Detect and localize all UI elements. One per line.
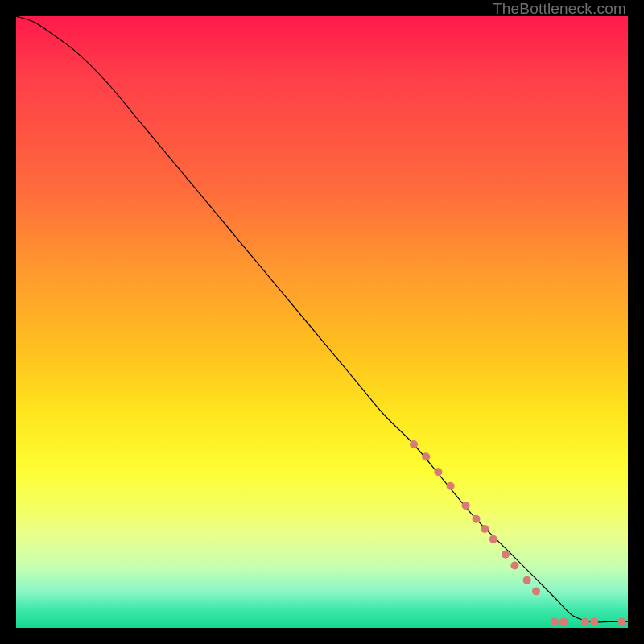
marker-dot (410, 440, 418, 448)
marker-dot (617, 617, 625, 625)
marker-dot (551, 617, 559, 625)
marker-dot (559, 617, 568, 625)
marker-dot (532, 587, 540, 595)
marker-dot (481, 525, 489, 533)
main-curve (16, 16, 628, 622)
marker-dot (502, 551, 510, 559)
marker-dot (590, 617, 598, 625)
marker-dot (510, 561, 518, 569)
markers-layer (410, 440, 625, 625)
marker-dot (462, 502, 470, 510)
attribution-label: TheBottleneck.com (493, 0, 626, 18)
marker-dot (434, 468, 442, 476)
chart-stage: TheBottleneck.com (0, 0, 644, 644)
marker-dot (422, 452, 430, 460)
marker-dot (489, 535, 497, 543)
marker-dot (447, 482, 455, 490)
marker-dot (581, 617, 589, 625)
marker-dot (473, 515, 481, 523)
plot-area (16, 16, 628, 628)
marker-dot (523, 576, 531, 584)
chart-overlay (16, 16, 628, 628)
